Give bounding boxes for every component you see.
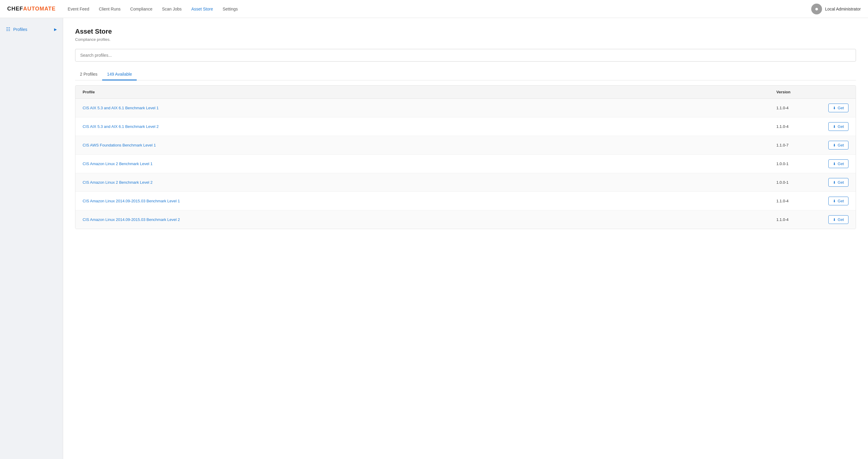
download-icon: ⬇ [833,162,836,166]
version-cell: 1.1.0-4 [776,124,818,129]
page-subtitle: Compliance profiles. [75,37,856,42]
main-content: Asset Store Compliance profiles. 2 Profi… [63,18,868,459]
get-button-label: Get [838,143,844,147]
logo-chef: CHEF [7,6,23,12]
get-button[interactable]: ⬇Get [828,159,848,168]
top-navigation: CHEF AUTOMATE Event FeedClient RunsCompl… [0,0,868,18]
nav-links: Event FeedClient RunsComplianceScan Jobs… [68,5,811,12]
profiles-icon: ☷ [6,26,10,32]
version-cell: 1.1.0-4 [776,199,818,203]
nav-link-scan-jobs[interactable]: Scan Jobs [162,5,182,12]
get-button-label: Get [838,124,844,129]
tabs-container: 2 Profiles149 Available [75,69,856,80]
action-cell: ⬇Get [818,141,848,150]
column-header-profile: Profile [83,90,776,94]
nav-link-compliance[interactable]: Compliance [130,5,152,12]
version-cell: 1.1.0-4 [776,106,818,110]
user-name: Local Administrator [825,7,861,11]
version-cell: 1.1.0-7 [776,143,818,147]
get-button[interactable]: ⬇Get [828,141,848,150]
action-cell: ⬇Get [818,159,848,168]
get-button-label: Get [838,199,844,203]
profile-name-link[interactable]: CIS Amazon Linux 2014.09-2015.03 Benchma… [83,217,776,222]
app-layout: ☷ Profiles ▶ Asset Store Compliance prof… [0,18,868,459]
logo-automate: AUTOMATE [23,6,56,12]
table-header: Profile Version [75,86,856,99]
table-row: CIS AIX 5.3 and AIX 6.1 Benchmark Level … [75,118,856,136]
avatar: ● [811,4,822,14]
version-cell: 1.0.0-1 [776,180,818,185]
get-button-label: Get [838,162,844,166]
profile-name-link[interactable]: CIS Amazon Linux 2014.09-2015.03 Benchma… [83,199,776,203]
get-button[interactable]: ⬇Get [828,122,848,131]
download-icon: ⬇ [833,218,836,222]
table-row: CIS Amazon Linux 2014.09-2015.03 Benchma… [75,192,856,210]
action-cell: ⬇Get [818,178,848,187]
get-button[interactable]: ⬇Get [828,197,848,205]
get-button[interactable]: ⬇Get [828,215,848,224]
column-header-version: Version [776,90,818,94]
get-button[interactable]: ⬇Get [828,104,848,112]
version-cell: 1.0.0-1 [776,162,818,166]
profile-name-link[interactable]: CIS AIX 5.3 and AIX 6.1 Benchmark Level … [83,106,776,110]
download-icon: ⬇ [833,125,836,129]
profile-name-link[interactable]: CIS AWS Foundations Benchmark Level 1 [83,143,776,147]
get-button[interactable]: ⬇Get [828,178,848,187]
profiles-table: Profile Version CIS AIX 5.3 and AIX 6.1 … [75,85,856,229]
profile-name-link[interactable]: CIS Amazon Linux 2 Benchmark Level 2 [83,180,776,185]
chevron-right-icon: ▶ [54,27,57,32]
tab-my-profiles[interactable]: 2 Profiles [75,69,102,80]
table-row: CIS AWS Foundations Benchmark Level 11.1… [75,136,856,155]
action-cell: ⬇Get [818,122,848,131]
table-body: CIS AIX 5.3 and AIX 6.1 Benchmark Level … [75,99,856,229]
version-cell: 1.1.0-4 [776,217,818,222]
page-title: Asset Store [75,28,856,35]
nav-user: ● Local Administrator [811,4,861,14]
get-button-label: Get [838,217,844,222]
profile-name-link[interactable]: CIS AIX 5.3 and AIX 6.1 Benchmark Level … [83,124,776,129]
action-cell: ⬇Get [818,215,848,224]
sidebar: ☷ Profiles ▶ [0,18,63,459]
table-row: CIS AIX 5.3 and AIX 6.1 Benchmark Level … [75,99,856,118]
app-logo: CHEF AUTOMATE [7,6,56,12]
download-icon: ⬇ [833,143,836,147]
download-icon: ⬇ [833,106,836,110]
download-icon: ⬇ [833,199,836,203]
action-cell: ⬇Get [818,104,848,112]
search-input[interactable] [75,49,856,62]
table-row: CIS Amazon Linux 2 Benchmark Level 11.0.… [75,155,856,173]
table-row: CIS Amazon Linux 2014.09-2015.03 Benchma… [75,210,856,229]
download-icon: ⬇ [833,181,836,185]
nav-link-settings[interactable]: Settings [223,5,238,12]
nav-link-asset-store[interactable]: Asset Store [191,5,213,12]
get-button-label: Get [838,180,844,185]
sidebar-item-label: Profiles [13,27,27,32]
table-row: CIS Amazon Linux 2 Benchmark Level 21.0.… [75,173,856,192]
user-icon: ● [815,5,818,12]
get-button-label: Get [838,106,844,110]
nav-link-client-runs[interactable]: Client Runs [99,5,121,12]
nav-link-event-feed[interactable]: Event Feed [68,5,89,12]
action-cell: ⬇Get [818,197,848,205]
profile-name-link[interactable]: CIS Amazon Linux 2 Benchmark Level 1 [83,162,776,166]
sidebar-item-profiles[interactable]: ☷ Profiles ▶ [0,23,63,36]
tab-available[interactable]: 149 Available [102,69,137,80]
